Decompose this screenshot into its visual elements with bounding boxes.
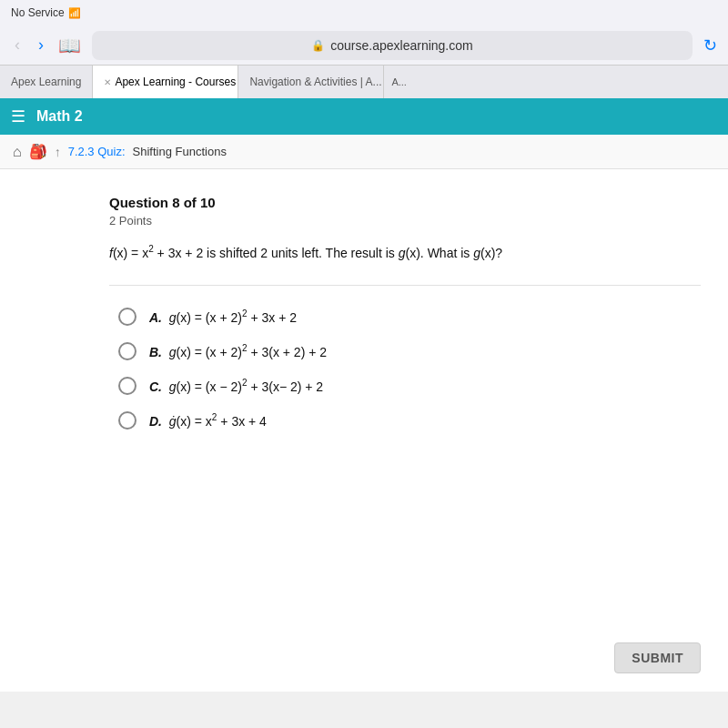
hamburger-icon[interactable]: ☰ bbox=[11, 106, 25, 126]
answer-label-a: A. g(x) = (x + 2)2 + 3x + 2 bbox=[149, 308, 297, 325]
breadcrumb-bar: ⌂ 🎒 ↑ 7.2.3 Quiz: Shifting Functions bbox=[0, 135, 728, 169]
bookmarks-icon[interactable]: 📖 bbox=[58, 35, 81, 56]
quiz-link[interactable]: 7.2.3 Quiz: bbox=[68, 145, 126, 158]
bottom-area bbox=[0, 692, 728, 728]
answer-option-a[interactable]: A. g(x) = (x + 2)2 + 3x + 2 bbox=[118, 308, 701, 326]
quiz-content: Question 8 of 10 2 Points f(x) = x2 + 3x… bbox=[0, 169, 728, 624]
tab-overflow[interactable]: A... bbox=[384, 66, 414, 98]
radio-d[interactable] bbox=[118, 411, 136, 430]
answer-option-d[interactable]: D. ġ(x) = x2 + 3x + 4 bbox=[118, 411, 701, 430]
question-text: f(x) = x2 + 3x + 2 is shifted 2 units le… bbox=[109, 242, 637, 263]
forward-button[interactable]: › bbox=[35, 32, 47, 58]
app-title: Math 2 bbox=[36, 108, 83, 125]
status-bar: No Service 📶 bbox=[0, 0, 728, 25]
url-text: course.apexlearning.com bbox=[330, 38, 472, 53]
breadcrumb-arrow: ↑ bbox=[55, 145, 61, 159]
wifi-icon: 📶 bbox=[68, 7, 81, 19]
quiz-title: Shifting Functions bbox=[133, 145, 227, 158]
radio-b[interactable] bbox=[118, 342, 136, 360]
back-button[interactable]: ‹ bbox=[11, 32, 24, 58]
tab-label: Apex Learning bbox=[11, 76, 81, 88]
bag-icon[interactable]: 🎒 bbox=[29, 143, 47, 160]
home-icon[interactable]: ⌂ bbox=[13, 144, 22, 160]
radio-c[interactable] bbox=[118, 377, 136, 395]
lock-icon: 🔒 bbox=[311, 39, 325, 52]
answer-label-c: C. g(x) = (x − 2)2 + 3(x− 2) + 2 bbox=[149, 378, 323, 394]
tab-label: Navigation & Activities | A... bbox=[249, 76, 381, 88]
refresh-button[interactable]: ↻ bbox=[703, 35, 717, 56]
tabs-bar: Apex Learning ✕ Apex Learning - Courses … bbox=[0, 66, 728, 98]
answer-option-c[interactable]: C. g(x) = (x − 2)2 + 3(x− 2) + 2 bbox=[118, 377, 701, 395]
carrier-label: No Service bbox=[11, 6, 65, 19]
app-header: ☰ Math 2 bbox=[0, 98, 728, 135]
overflow-label: A... bbox=[391, 76, 407, 87]
tab-navigation[interactable]: Navigation & Activities | A... bbox=[238, 66, 384, 98]
browser-nav: ‹ › 📖 🔒 course.apexlearning.com ↻ bbox=[0, 25, 728, 66]
question-divider bbox=[109, 285, 701, 286]
question-header: Question 8 of 10 bbox=[109, 195, 701, 210]
question-points: 2 Points bbox=[109, 214, 701, 228]
tab-label: Apex Learning - Courses bbox=[115, 76, 236, 88]
submit-area: SUBMIT bbox=[0, 624, 728, 692]
submit-button[interactable]: SUBMIT bbox=[614, 642, 701, 673]
device-frame: No Service 📶 ‹ › 📖 🔒 course.apexlearning… bbox=[0, 0, 728, 728]
tab-apex-courses[interactable]: ✕ Apex Learning - Courses bbox=[93, 66, 238, 98]
answer-label-d: D. ġ(x) = x2 + 3x + 4 bbox=[149, 412, 267, 429]
tab-close-icon[interactable]: ✕ bbox=[104, 77, 111, 87]
quiz-label: 7.2.3 Quiz: bbox=[68, 145, 126, 158]
answer-label-b: B. g(x) = (x + 2)2 + 3(x + 2) + 2 bbox=[149, 343, 327, 359]
status-bar-left: No Service 📶 bbox=[11, 6, 81, 19]
answer-options: A. g(x) = (x + 2)2 + 3x + 2 B. g(x) = (x… bbox=[109, 308, 701, 430]
radio-a[interactable] bbox=[118, 308, 136, 326]
address-bar[interactable]: 🔒 course.apexlearning.com bbox=[92, 31, 693, 60]
tab-apex-learning[interactable]: Apex Learning bbox=[0, 66, 93, 98]
answer-option-b[interactable]: B. g(x) = (x + 2)2 + 3(x + 2) + 2 bbox=[118, 342, 701, 360]
